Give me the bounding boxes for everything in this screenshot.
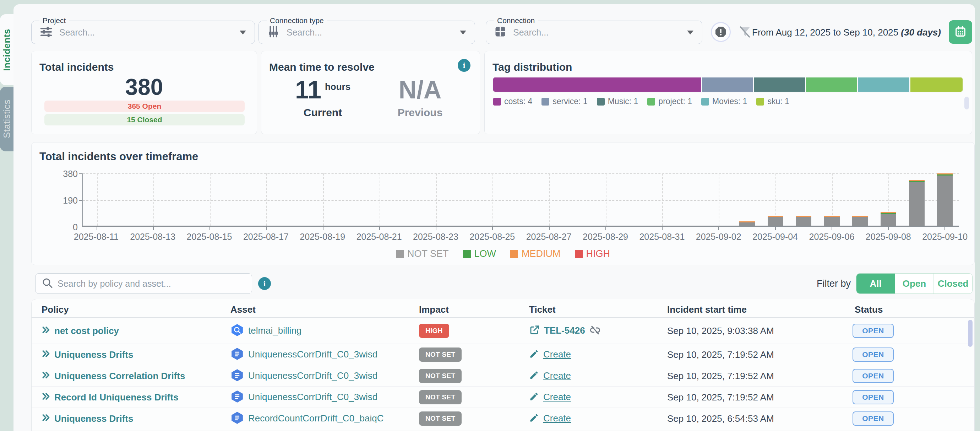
policy-link[interactable]: Uniqueness Correlation Drifts (54, 370, 185, 381)
policy-asset-search-input[interactable] (57, 279, 246, 289)
tag-segment[interactable] (858, 77, 910, 92)
tag-swatch (541, 98, 549, 105)
chevron-down-icon[interactable] (460, 30, 466, 35)
legend-label: NOT SET (407, 248, 449, 259)
chart-bar[interactable] (937, 173, 953, 226)
chart-bar[interactable] (909, 180, 924, 226)
tab-incidents[interactable]: Incidents (0, 14, 13, 85)
x-axis-label: 2025-09-06 (800, 231, 864, 242)
pencil-icon (529, 370, 539, 382)
asset-link[interactable]: UniquenessCorrDrift_C0_3wisd (248, 349, 377, 360)
info-icon[interactable]: i (458, 59, 471, 72)
create-ticket-link[interactable]: Create (543, 349, 571, 360)
impact-badge: NOT SET (419, 348, 461, 362)
policy-link[interactable]: Record Id Uniqueness Drifts (54, 391, 178, 402)
chart-title: Total incidents over timeframe (40, 150, 198, 163)
tab-statistics[interactable]: Statistics (0, 87, 13, 152)
asset-link[interactable]: RecordCountCorrDrift_C0_baiqC (248, 413, 384, 424)
tag-distribution-legend: costs: 4service: 1Music: 1project: 1Movi… (493, 97, 789, 106)
chart-bar[interactable] (881, 212, 896, 226)
scrollbar-thumb[interactable] (964, 97, 969, 109)
calendar-button[interactable] (949, 20, 972, 44)
mean-time-previous-value: N/A (399, 77, 442, 103)
table-row[interactable]: Uniqueness Drifts UniquenessCorrDrift_C0… (32, 344, 974, 365)
project-search-input[interactable] (59, 27, 240, 38)
tag-distribution-title: Tag distribution (493, 61, 572, 73)
table-row[interactable]: net cost policy telmai_billing HIGH TEL-… (32, 318, 974, 344)
filter-open-button[interactable]: Open (895, 274, 934, 294)
connection-search-input[interactable] (513, 27, 687, 38)
chart-bar[interactable] (739, 221, 755, 226)
chart-legend-item[interactable]: MEDIUM (510, 248, 561, 259)
main-panel: Project Connection type (13, 4, 975, 431)
create-ticket-link[interactable]: Create (543, 370, 571, 381)
project-filter-label: Project (40, 16, 69, 25)
impact-badge: NOT SET (419, 390, 461, 404)
tag-swatch (701, 98, 709, 105)
tag-segment[interactable] (806, 77, 858, 92)
bigquery-icon (231, 323, 244, 338)
unlink-icon[interactable] (589, 324, 601, 337)
policy-asset-search[interactable] (35, 273, 252, 294)
grid-table-icon (494, 25, 507, 40)
filter-closed-button[interactable]: Closed (934, 274, 972, 294)
table-row[interactable]: Record Id Uniqueness Drifts UniquenessCo… (32, 386, 974, 408)
alert-exclamation-icon[interactable] (711, 22, 731, 42)
create-ticket-link[interactable]: Create (543, 391, 571, 402)
connection-filter[interactable]: Connection (486, 21, 702, 44)
total-incidents-card: Total incidents 380 365 Open 15 Closed (31, 51, 257, 134)
chart-bar-segment-not_set (739, 222, 755, 226)
chevron-down-icon[interactable] (240, 30, 246, 35)
chart-bar-segment-not_set (881, 214, 896, 226)
tag-segment[interactable] (702, 77, 754, 92)
connection-type-filter[interactable]: Connection type (258, 21, 475, 44)
chevron-down-icon[interactable] (687, 30, 694, 35)
chart-bar[interactable] (824, 216, 840, 226)
y-axis-label: 380 (53, 169, 78, 179)
x-axis-tick (662, 227, 663, 230)
chart-bar[interactable] (852, 216, 868, 226)
x-axis-label: 2025-08-13 (121, 231, 185, 242)
chart-bar[interactable] (796, 216, 811, 226)
ticket-link[interactable]: TEL-5426 (544, 325, 585, 336)
asset-link[interactable]: telmai_billing (248, 325, 301, 336)
tag-segment[interactable] (493, 77, 702, 92)
tag-legend-item: Music: 1 (597, 97, 638, 106)
connection-filter-label: Connection (494, 16, 538, 25)
x-axis-tick (888, 227, 889, 230)
project-filter[interactable]: Project (31, 21, 255, 44)
create-ticket-link[interactable]: Create (543, 413, 571, 424)
x-axis-label: 2025-09-04 (743, 231, 807, 242)
chart-legend-item[interactable]: LOW (463, 248, 496, 259)
x-axis-labels: 2025-08-112025-08-132025-08-152025-08-17… (82, 231, 959, 242)
tag-segment[interactable] (910, 77, 963, 92)
filter-all-button[interactable]: All (856, 274, 895, 294)
external-link-icon (529, 325, 540, 337)
chart-bar-segment-not_set (909, 182, 924, 226)
x-axis-label: 2025-08-31 (630, 231, 694, 242)
connection-type-search-input[interactable] (286, 27, 460, 38)
policy-link[interactable]: net cost policy (54, 325, 119, 336)
chart-legend-item[interactable]: NOT SET (396, 248, 449, 259)
asset-link[interactable]: UniquenessCorrDrift_C0_3wisd (248, 391, 377, 402)
tag-swatch (647, 98, 655, 105)
policy-link[interactable]: Uniqueness Drifts (54, 413, 134, 424)
tag-segment[interactable] (754, 77, 806, 92)
filter-off-icon[interactable] (738, 25, 752, 40)
policy-link[interactable]: Uniqueness Drifts (54, 349, 134, 360)
chart-bar[interactable] (768, 216, 783, 226)
table-row[interactable]: Uniqueness Correlation Drifts Uniqueness… (32, 365, 974, 386)
incidents-dashboard: Incidents Statistics Project Connection … (0, 0, 980, 431)
table-row[interactable]: Uniqueness Drifts RecordCountCorrDrift_C… (32, 408, 974, 429)
x-axis-tick (718, 227, 719, 230)
date-range-display[interactable]: From Aug 12, 2025 to Sep 10, 2025 (30 da… (752, 21, 941, 44)
scrollbar-thumb[interactable] (968, 320, 972, 347)
tag-label: project: 1 (658, 97, 692, 106)
info-icon[interactable]: i (258, 277, 271, 290)
asset-link[interactable]: UniquenessCorrDrift_C0_3wisd (248, 370, 377, 381)
tag-distribution-bar (493, 77, 963, 92)
x-axis-tick (549, 227, 550, 230)
mean-time-previous: N/A Previous (379, 77, 461, 119)
mean-time-current-unit: hours (325, 73, 350, 100)
chart-legend-item[interactable]: HIGH (575, 248, 610, 259)
